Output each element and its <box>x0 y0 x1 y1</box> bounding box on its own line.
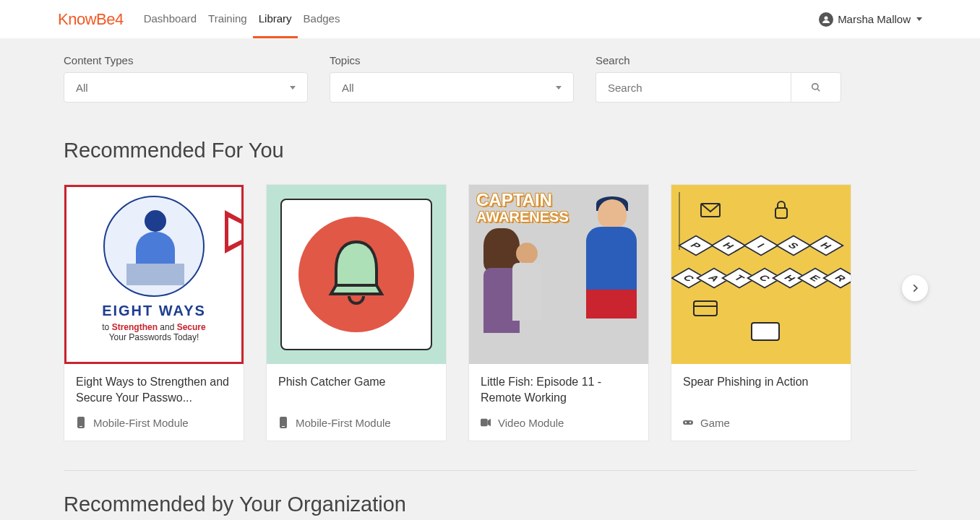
thumb-subtext: to Strengthen and Secure <box>72 322 236 332</box>
select-topics-value: All <box>342 82 354 94</box>
card-title: Eight Ways to Strengthen and Secure Your… <box>76 374 232 407</box>
card-type-label: Mobile-First Module <box>296 417 391 429</box>
chevron-down-icon <box>916 17 922 21</box>
game-icon <box>683 418 693 427</box>
search-button[interactable] <box>791 72 841 103</box>
navbar: KnowBe4 Dashboard Training Library Badge… <box>0 0 980 38</box>
video-icon <box>481 418 491 427</box>
card-type-label: Mobile-First Module <box>93 417 189 429</box>
search-input[interactable] <box>596 72 791 103</box>
section-title-recommended: Recommended For You <box>64 139 916 162</box>
card-meta: Mobile-First Module <box>76 417 232 429</box>
card-body: Little Fish: Episode 11 - Remote Working… <box>469 364 648 441</box>
nav-links: Dashboard Training Library Badges <box>138 1 346 38</box>
card-thumbnail: EIGHT WAYS to Strengthen and Secure Your… <box>64 185 244 364</box>
card-meta: Video Module <box>481 417 637 429</box>
content-card[interactable]: Phish Catcher Game Mobile-First Module <box>266 184 447 441</box>
filter-topics: Topics All <box>330 54 574 103</box>
main-container: Content Types All Topics All Search Reco… <box>64 38 916 520</box>
svg-line-2 <box>817 89 820 92</box>
svg-rect-4 <box>79 426 82 427</box>
content-card[interactable]: P H I S H C A T C H E R <box>671 184 851 441</box>
card-meta: Mobile-First Module <box>278 417 434 429</box>
content-card[interactable]: EIGHT WAYS to Strengthen and Secure Your… <box>64 184 244 441</box>
nav-dashboard[interactable]: Dashboard <box>138 1 202 38</box>
filter-content-types: Content Types All <box>64 54 308 103</box>
user-menu[interactable]: Marsha Mallow <box>819 12 922 27</box>
card-thumbnail: P H I S H C A T C H E R <box>671 185 851 364</box>
section-title-org-recommended: Recommended by Your Organization <box>64 493 916 516</box>
svg-marker-9 <box>488 419 491 427</box>
chevron-down-icon <box>556 86 562 90</box>
filter-label-content-types: Content Types <box>64 54 308 66</box>
brand-logo[interactable]: KnowBe4 <box>58 10 124 29</box>
card-thumbnail <box>267 185 446 364</box>
svg-point-0 <box>825 16 828 20</box>
thumb-caption: CAPTAIN AWARENESS <box>476 192 569 223</box>
svg-rect-16 <box>683 420 693 425</box>
svg-point-17 <box>685 422 687 423</box>
nav-training[interactable]: Training <box>202 1 253 38</box>
search-wrap <box>596 72 841 103</box>
svg-rect-10 <box>775 208 787 218</box>
card-type-label: Video Module <box>498 417 564 429</box>
mobile-icon <box>76 417 86 428</box>
section-divider <box>64 470 916 471</box>
svg-rect-12 <box>694 301 717 316</box>
card-body: Eight Ways to Strengthen and Secure Your… <box>64 364 244 441</box>
thumb-subtext-2: Your Passwords Today! <box>72 332 236 342</box>
card-body: Spear Phishing in Action Game <box>671 364 851 441</box>
user-icon <box>819 12 833 27</box>
card-meta: Game <box>683 417 839 429</box>
svg-rect-7 <box>282 426 285 427</box>
select-content-types-value: All <box>76 82 88 94</box>
card-title: Spear Phishing in Action <box>683 374 839 390</box>
content-card[interactable]: CAPTAIN AWARENESS Little Fish: Episode 1… <box>468 184 649 441</box>
search-icon <box>811 82 821 92</box>
recommended-carousel: EIGHT WAYS to Strengthen and Secure Your… <box>64 184 916 441</box>
mobile-icon <box>278 417 288 428</box>
card-row: EIGHT WAYS to Strengthen and Secure Your… <box>64 184 916 441</box>
filters-row: Content Types All Topics All Search <box>64 54 916 103</box>
svg-rect-8 <box>481 419 488 427</box>
select-content-types[interactable]: All <box>64 72 308 103</box>
svg-point-18 <box>689 422 691 423</box>
user-name: Marsha Mallow <box>838 13 911 25</box>
carousel-next-button[interactable] <box>902 275 928 301</box>
svg-point-1 <box>812 84 818 90</box>
nav-library[interactable]: Library <box>253 1 298 38</box>
nav-badges[interactable]: Badges <box>298 1 346 38</box>
card-type-label: Game <box>700 417 730 429</box>
filter-label-topics: Topics <box>330 54 574 66</box>
select-topics[interactable]: All <box>330 72 574 103</box>
card-title: Phish Catcher Game <box>278 374 434 390</box>
bell-icon <box>320 235 392 314</box>
svg-rect-14 <box>752 323 779 340</box>
chevron-down-icon <box>290 86 296 90</box>
card-thumbnail: CAPTAIN AWARENESS <box>469 185 648 364</box>
card-title: Little Fish: Episode 11 - Remote Working <box>481 374 637 407</box>
card-body: Phish Catcher Game Mobile-First Module <box>267 364 446 441</box>
thumb-heading: EIGHT WAYS <box>72 303 236 319</box>
filter-label-search: Search <box>596 54 841 66</box>
filter-search: Search <box>596 54 841 103</box>
chevron-right-icon <box>910 283 920 293</box>
nav-left: KnowBe4 Dashboard Training Library Badge… <box>58 1 345 38</box>
